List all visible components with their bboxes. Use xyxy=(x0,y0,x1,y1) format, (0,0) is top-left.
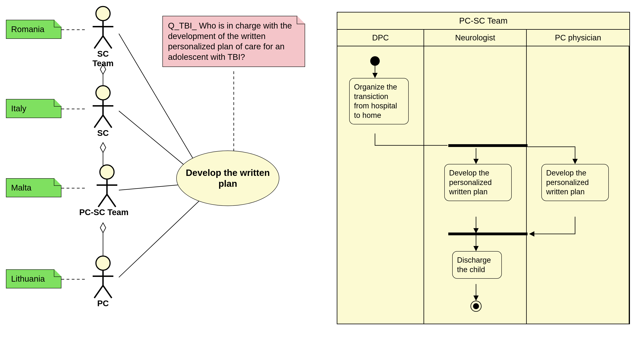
svg-point-20 xyxy=(96,86,110,100)
lane-header-pc-physician: PC physician xyxy=(527,30,629,46)
note-label: Italy xyxy=(11,104,26,113)
svg-line-24 xyxy=(103,115,112,128)
activity-label: Discharge the child xyxy=(457,256,491,274)
svg-line-29 xyxy=(107,194,116,207)
stick-figure-icon xyxy=(89,256,117,299)
note-italy: Italy xyxy=(6,99,62,118)
svg-line-28 xyxy=(98,194,107,207)
actor-label: PC-SC Team xyxy=(79,208,127,217)
svg-line-14 xyxy=(119,200,200,277)
svg-marker-8 xyxy=(100,142,106,152)
svg-line-13 xyxy=(119,184,186,190)
note-text: Q_TBI_ Who is in charge with the develop… xyxy=(168,21,292,62)
svg-marker-10 xyxy=(100,223,106,233)
note-label: Malta xyxy=(11,183,32,192)
swimlane-title: PC-SC Team xyxy=(337,12,629,30)
activity-label: Develop the personalized written plan xyxy=(449,169,492,196)
lane-header-dpc: DPC xyxy=(337,30,424,46)
initial-node xyxy=(370,56,380,66)
svg-point-25 xyxy=(100,165,114,179)
lane-header-neurologist: Neurologist xyxy=(424,30,527,46)
actor-pc-sc-team: PC-SC Team xyxy=(87,164,127,217)
svg-point-30 xyxy=(96,256,110,270)
activity-label: Develop the personalized written plan xyxy=(546,169,589,196)
svg-line-12 xyxy=(119,111,188,168)
stick-figure-icon xyxy=(89,85,117,129)
stick-figure-icon xyxy=(89,6,117,50)
diagram-root: Romania Italy Malta Lithuania SC Team xyxy=(4,4,640,345)
note-malta: Malta xyxy=(6,178,62,197)
final-node xyxy=(470,301,482,312)
actor-sc-team: SC Team xyxy=(87,6,119,68)
activity-label: Organize the transiction from hospital t… xyxy=(354,83,397,120)
svg-line-34 xyxy=(103,286,112,298)
usecase-develop-plan: Develop the written plan xyxy=(176,150,279,206)
stick-figure-icon xyxy=(93,164,121,208)
svg-line-23 xyxy=(94,115,103,128)
svg-line-33 xyxy=(94,286,103,298)
swimlane-headers: DPC Neurologist PC physician xyxy=(337,30,629,46)
usecase-label: Develop the written plan xyxy=(183,167,273,189)
activity-develop-plan-neurologist: Develop the personalized written plan xyxy=(444,164,512,201)
actor-label: PC xyxy=(87,299,119,308)
svg-point-15 xyxy=(96,6,110,21)
usecase-diagram: Romania Italy Malta Lithuania SC Team xyxy=(4,4,313,345)
join-bar xyxy=(448,232,528,235)
svg-line-19 xyxy=(103,36,112,48)
swimlane-container: PC-SC Team DPC Neurologist PC physician xyxy=(337,12,630,324)
fork-bar xyxy=(448,144,528,147)
actor-label: SC Team xyxy=(87,49,119,68)
actor-sc: SC xyxy=(87,85,119,138)
note-romania: Romania xyxy=(6,20,62,39)
actor-pc: PC xyxy=(87,256,119,308)
swimlane-body: Organize the transiction from hospital t… xyxy=(337,46,629,324)
note-label: Romania xyxy=(11,24,44,34)
note-lithuania: Lithuania xyxy=(6,269,62,288)
activity-organize-transition: Organize the transiction from hospital t… xyxy=(349,78,409,124)
svg-line-18 xyxy=(94,36,103,48)
activity-diagram: PC-SC Team DPC Neurologist PC physician xyxy=(337,4,634,345)
note-label: Lithuania xyxy=(11,274,45,284)
note-question: Q_TBI_ Who is in charge with the develop… xyxy=(162,16,305,67)
activity-develop-plan-pc-physician: Develop the personalized written plan xyxy=(542,164,609,201)
actor-label: SC xyxy=(87,128,119,138)
activity-discharge-child: Discharge the child xyxy=(452,251,502,279)
